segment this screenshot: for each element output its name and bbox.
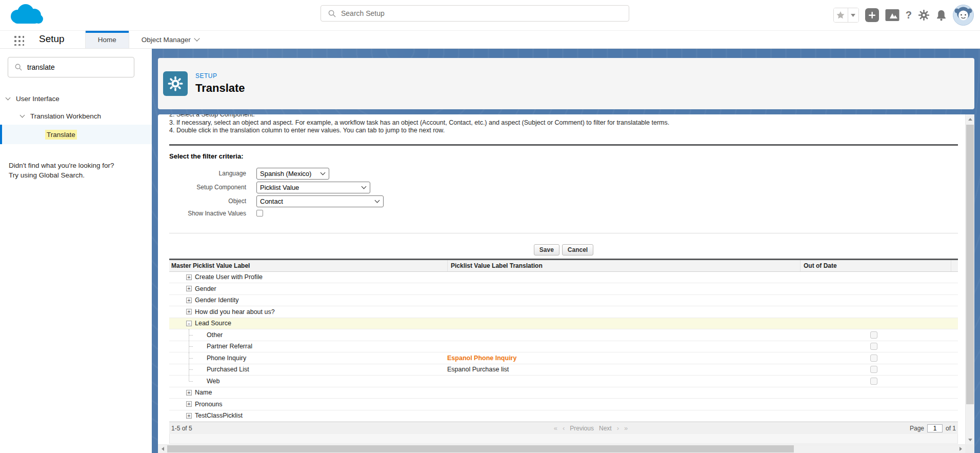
out-of-date-checkbox[interactable] <box>870 354 877 362</box>
out-of-date-checkbox[interactable] <box>870 378 877 385</box>
vertical-scrollbar[interactable] <box>965 114 974 444</box>
row-translation-cell[interactable] <box>447 410 800 422</box>
previous-link[interactable]: Previous <box>570 425 594 432</box>
tree-toggle-icon[interactable]: + <box>186 390 192 396</box>
horizontal-scroll-thumb[interactable] <box>167 445 794 452</box>
row-translation-cell[interactable]: Espanol Phone Inquiry <box>447 352 800 364</box>
row-label-cell: Web <box>169 376 447 387</box>
gear-icon <box>168 76 183 91</box>
row-translation-cell[interactable] <box>447 283 800 294</box>
row-translation-cell[interactable] <box>447 272 800 283</box>
global-add-button[interactable] <box>865 8 879 22</box>
translation-table-body: + Create User with Profile + Gender + Ge… <box>169 272 958 422</box>
global-search-input[interactable] <box>341 9 629 17</box>
scroll-left-arrow[interactable] <box>158 445 167 453</box>
column-master-label: Master Picklist Value Label <box>169 262 447 269</box>
object-select[interactable]: Contact <box>256 195 384 207</box>
scroll-down-arrow[interactable] <box>966 435 974 444</box>
row-translation-cell[interactable] <box>447 318 800 329</box>
table-row[interactable]: Phone Inquiry Espanol Phone Inquiry <box>169 352 958 364</box>
row-translation-cell[interactable] <box>447 295 800 306</box>
last-page-icon[interactable]: » <box>624 424 628 432</box>
tree-toggle-icon[interactable]: - <box>186 321 192 326</box>
language-select[interactable]: Spanish (Mexico) <box>256 168 329 180</box>
row-label: Lead Source <box>195 320 231 327</box>
frame-scroll-area: 2. Select a Setup Component. 3. If neces… <box>158 114 965 444</box>
table-row[interactable]: Other <box>169 329 958 341</box>
save-button[interactable]: Save <box>534 244 559 255</box>
object-select-value: Contact <box>260 198 283 205</box>
tree-toggle-icon[interactable]: + <box>186 413 192 419</box>
sidebar-search-input[interactable] <box>27 63 134 71</box>
row-out-of-date-cell <box>800 318 958 329</box>
user-avatar[interactable] <box>953 5 974 26</box>
next-page-icon[interactable]: › <box>617 424 619 432</box>
tree-toggle-icon[interactable]: + <box>186 298 192 303</box>
cancel-button[interactable]: Cancel <box>562 244 593 255</box>
table-row[interactable]: Partner Referral <box>169 341 958 353</box>
tab-object-manager[interactable]: Object Manager <box>129 31 211 48</box>
setup-sidebar: User Interface Translation Workbench Tra… <box>0 49 152 453</box>
caret-down-icon <box>851 14 855 17</box>
table-row[interactable]: - Lead Source <box>169 318 958 330</box>
row-out-of-date-cell <box>800 329 958 341</box>
filter-form: Language Spanish (Mexico) Setup Componen… <box>169 167 958 219</box>
table-header: Master Picklist Value Label Picklist Val… <box>169 260 958 272</box>
sidebar-item-user-interface[interactable]: User Interface <box>0 90 152 107</box>
notifications-button[interactable] <box>936 9 947 21</box>
table-row[interactable]: + Create User with Profile <box>169 272 958 284</box>
search-icon <box>15 64 22 71</box>
setup-menu-button[interactable] <box>918 9 930 21</box>
object-label: Object <box>169 198 246 205</box>
table-row[interactable]: + TestClassPicklist <box>169 410 958 422</box>
trailhead-help-button[interactable] <box>885 9 899 22</box>
scroll-right-arrow[interactable] <box>956 445 965 453</box>
out-of-date-checkbox[interactable] <box>870 366 877 373</box>
out-of-date-checkbox[interactable] <box>870 331 877 339</box>
next-link[interactable]: Next <box>599 425 612 432</box>
salesforce-logo-icon[interactable] <box>7 3 45 28</box>
page-number-input[interactable] <box>927 424 943 432</box>
row-translation-cell[interactable] <box>447 306 800 318</box>
scroll-up-arrow[interactable] <box>966 114 974 124</box>
sidebar-tree: User Interface Translation Workbench Tra… <box>0 90 152 144</box>
row-label: Other <box>207 331 223 339</box>
table-row[interactable]: + Pronouns <box>169 399 958 410</box>
out-of-date-checkbox[interactable] <box>870 343 877 350</box>
row-translation-cell[interactable]: Espanol Purchase list <box>447 364 800 376</box>
horizontal-scrollbar[interactable] <box>158 444 965 453</box>
vertical-scroll-thumb[interactable] <box>966 125 974 404</box>
row-translation-cell[interactable] <box>447 376 800 387</box>
table-row[interactable]: + Gender Identity <box>169 295 958 307</box>
favorite-star-button[interactable] <box>834 8 848 22</box>
tree-toggle-icon[interactable]: + <box>186 286 192 291</box>
table-row[interactable]: + Name <box>169 387 958 399</box>
chevron-down-icon <box>375 198 380 203</box>
previous-page-icon[interactable]: ‹ <box>563 424 565 432</box>
tree-toggle-icon[interactable]: + <box>186 401 192 407</box>
sidebar-item-translate[interactable]: Translate <box>0 125 152 144</box>
header-actions: ? <box>833 0 974 30</box>
row-translation-cell[interactable] <box>447 329 800 341</box>
table-row[interactable]: Web <box>169 376 958 387</box>
table-row[interactable]: + How did you hear about us? <box>169 306 958 318</box>
row-translation-cell[interactable] <box>447 341 800 352</box>
table-row[interactable]: Purchased List Espanol Purchase list <box>169 364 958 376</box>
column-out-of-date: Out of Date <box>800 260 951 271</box>
sidebar-item-translation-workbench[interactable]: Translation Workbench <box>0 107 152 125</box>
row-label-cell: + Gender <box>169 283 447 294</box>
first-page-icon[interactable]: « <box>554 424 557 432</box>
show-inactive-label: Show Inactive Values <box>169 210 246 217</box>
row-translation-cell[interactable] <box>447 387 800 399</box>
tree-toggle-icon[interactable]: + <box>186 274 192 280</box>
favorites-dropdown-button[interactable] <box>848 8 858 22</box>
tree-toggle-icon[interactable]: + <box>186 309 192 314</box>
setup-component-select[interactable]: Picklist Value <box>256 182 370 193</box>
row-translation-cell[interactable] <box>447 399 800 410</box>
tab-home[interactable]: Home <box>85 31 129 48</box>
app-launcher-icon[interactable] <box>13 34 24 46</box>
table-row[interactable]: + Gender <box>169 283 958 295</box>
help-button[interactable]: ? <box>906 9 912 21</box>
show-inactive-checkbox[interactable] <box>256 210 263 216</box>
row-label-cell: Other <box>169 329 447 341</box>
